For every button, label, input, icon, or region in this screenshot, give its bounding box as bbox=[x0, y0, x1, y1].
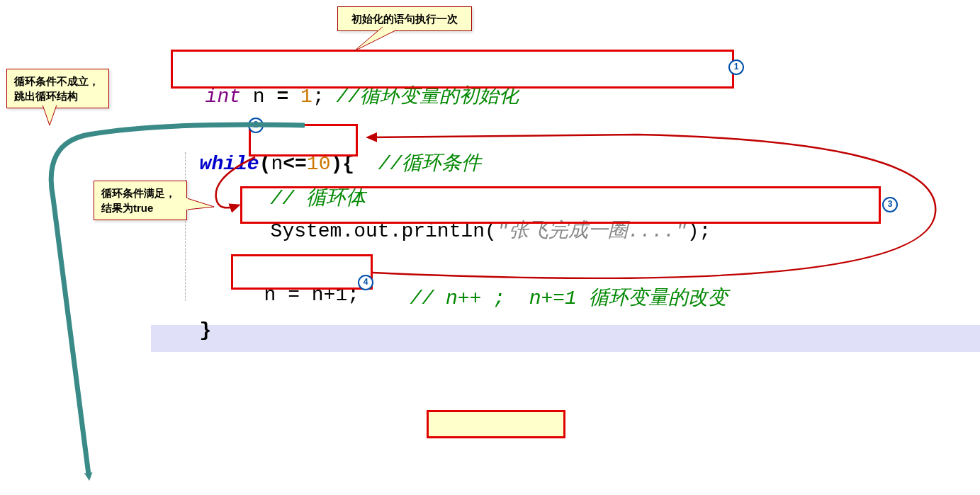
code-line-5-comment: // n++ ; n+=1 循环变量的改变 bbox=[386, 262, 728, 311]
highlight-bar bbox=[151, 325, 980, 352]
callout-pointer-true bbox=[187, 198, 214, 210]
badge-4: 4 bbox=[358, 275, 373, 290]
token-var: n bbox=[241, 86, 276, 108]
badge-3: 3 bbox=[882, 197, 898, 212]
red-box-increment bbox=[231, 254, 373, 290]
token-semi: ; bbox=[312, 86, 337, 108]
callout-left-true-text: 循环条件满足， 结果为true bbox=[101, 187, 176, 214]
token-rbrace: } bbox=[200, 319, 212, 341]
token-type: int bbox=[205, 86, 241, 108]
callout-top: 初始化的语句执行一次 bbox=[337, 6, 472, 31]
callout-top-text: 初始化的语句执行一次 bbox=[351, 13, 458, 25]
token-comment: // n++ ; n+=1 循环变量的改变 bbox=[410, 288, 728, 309]
token-num: 1 bbox=[288, 86, 312, 108]
callout-left-true: 循环条件满足， 结果为true bbox=[94, 181, 187, 220]
red-box-empty-bottom bbox=[427, 410, 565, 438]
callout-left-exit-text: 循环条件不成立， 跳出循环结构 bbox=[14, 75, 99, 102]
code-line-6: } bbox=[176, 297, 211, 341]
red-box-init bbox=[171, 50, 734, 89]
token-comment: //循环变量的初始化 bbox=[336, 86, 519, 108]
red-box-body bbox=[240, 186, 881, 224]
token-comment: //循环条件 bbox=[366, 153, 481, 175]
red-box-condition bbox=[249, 124, 358, 157]
badge-2: 2 bbox=[248, 118, 264, 133]
token-op: = bbox=[276, 86, 288, 108]
badge-1: 1 bbox=[728, 59, 744, 75]
callout-left-exit: 循环条件不成立， 跳出循环结构 bbox=[6, 69, 109, 108]
